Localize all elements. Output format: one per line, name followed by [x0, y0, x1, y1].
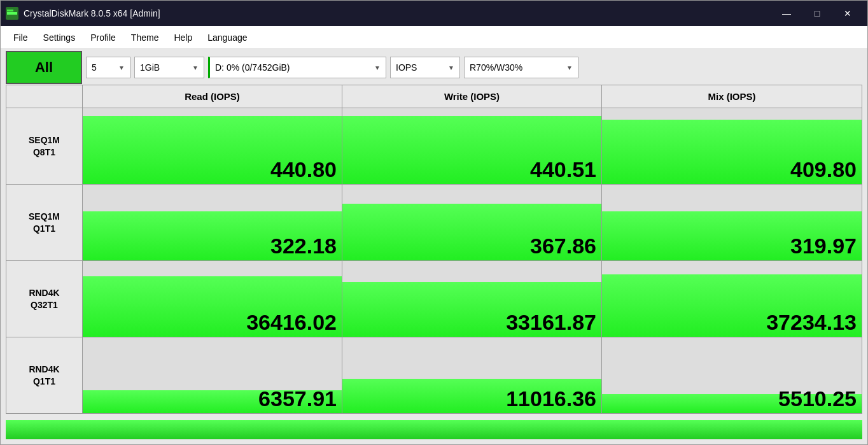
cell-read-2: 36416.02: [83, 261, 342, 337]
row-label2-3: Q1T1: [33, 376, 55, 387]
size-dropdown-arrow: ▼: [192, 64, 199, 71]
row-label-2: RND4KQ32T1: [6, 261, 83, 337]
size-value: 1GiB: [140, 62, 160, 73]
cell-write-0: 440.51: [342, 108, 602, 184]
cell-value-mix-3: 5510.25: [778, 387, 857, 411]
unit-dropdown-arrow: ▼: [448, 64, 454, 71]
unit-dropdown[interactable]: IOPS ▼: [390, 57, 460, 78]
menu-item-file[interactable]: File: [6, 30, 36, 45]
cell-read-1: 322.18: [83, 185, 342, 260]
row-label2-0: Q8T1: [33, 146, 55, 158]
close-button[interactable]: ✕: [833, 3, 862, 24]
cell-mix-0: 409.80: [602, 108, 862, 184]
app-icon: [6, 7, 18, 20]
menu-item-help[interactable]: Help: [166, 30, 200, 45]
minimize-button[interactable]: —: [772, 3, 801, 24]
bottom-strip: [6, 420, 862, 439]
grid-row-3: RND4KQ1T16357.9111016.365510.25: [6, 337, 862, 413]
cell-write-1: 367.86: [342, 185, 602, 260]
cell-value-write-0: 440.51: [530, 158, 596, 181]
runs-dropdown[interactable]: 5 ▼: [86, 57, 130, 78]
header-write: Write (IOPS): [342, 85, 602, 108]
grid-row-1: SEQ1MQ1T1322.18367.86319.97: [6, 185, 862, 261]
row-label1-1: SEQ1M: [29, 211, 60, 222]
row-label2-1: Q1T1: [33, 223, 55, 234]
cell-write-2: 33161.87: [342, 261, 602, 337]
main-window: CrystalDiskMark 8.0.5 x64 [Admin] — □ ✕ …: [0, 0, 868, 445]
main-content: All 5 ▼ 1GiB ▼ D: 0% (0/7452GiB) ▼ IOPS …: [1, 49, 867, 444]
cell-value-read-1: 322.18: [270, 234, 337, 258]
data-grid: Read (IOPS) Write (IOPS) Mix (IOPS) SEQ1…: [6, 85, 862, 414]
cell-mix-1: 319.97: [602, 185, 862, 260]
cell-value-write-2: 33161.87: [506, 311, 596, 334]
drive-dropdown[interactable]: D: 0% (0/7452GiB) ▼: [208, 57, 386, 78]
grid-row-0: SEQ1MQ8T1440.80440.51409.80: [6, 108, 862, 185]
cell-mix-3: 5510.25: [602, 337, 862, 413]
size-dropdown[interactable]: 1GiB ▼: [134, 57, 204, 78]
mix-dropdown[interactable]: R70%/W30% ▼: [464, 57, 578, 78]
cell-read-3: 6357.91: [83, 337, 342, 413]
cell-value-read-3: 6357.91: [258, 387, 337, 411]
header-read: Read (IOPS): [83, 85, 342, 108]
grid-rows: SEQ1MQ8T1440.80440.51409.80SEQ1MQ1T1322.…: [6, 108, 862, 413]
cell-value-write-1: 367.86: [530, 234, 596, 258]
svg-rect-1: [7, 12, 17, 15]
row-label1-3: RND4K: [29, 364, 59, 375]
title-bar: CrystalDiskMark 8.0.5 x64 [Admin] — □ ✕: [1, 1, 867, 26]
menu-item-theme[interactable]: Theme: [123, 30, 167, 45]
runs-value: 5: [92, 62, 97, 73]
menu-item-language[interactable]: Language: [200, 30, 255, 45]
grid-header: Read (IOPS) Write (IOPS) Mix (IOPS): [6, 85, 862, 108]
row-label-1: SEQ1MQ1T1: [6, 185, 83, 260]
grid-row-2: RND4KQ32T136416.0233161.8737234.13: [6, 261, 862, 337]
drive-value: D: 0% (0/7452GiB): [215, 62, 290, 73]
cell-value-mix-2: 37234.13: [766, 311, 857, 334]
cell-value-mix-1: 319.97: [790, 234, 857, 258]
row-label1-0: SEQ1M: [29, 134, 60, 146]
menu-item-profile[interactable]: Profile: [83, 30, 123, 45]
row-label2-2: Q32T1: [31, 299, 58, 311]
row-label-3: RND4KQ1T1: [6, 337, 83, 413]
menu-item-settings[interactable]: Settings: [36, 30, 83, 45]
menu-bar: FileSettingsProfileThemeHelpLanguage: [1, 26, 867, 49]
cell-value-read-0: 440.80: [270, 158, 337, 181]
row-label-0: SEQ1MQ8T1: [6, 108, 83, 184]
mix-value: R70%/W30%: [470, 62, 522, 73]
window-controls: — □ ✕: [772, 3, 862, 24]
all-button[interactable]: All: [6, 51, 82, 84]
mix-dropdown-arrow: ▼: [566, 64, 573, 71]
drive-dropdown-arrow: ▼: [374, 64, 381, 71]
unit-value: IOPS: [396, 62, 417, 73]
cell-read-0: 440.80: [83, 108, 342, 184]
header-mix: Mix (IOPS): [602, 85, 862, 108]
header-label: [6, 85, 83, 108]
row-label1-2: RND4K: [29, 287, 59, 299]
cell-value-read-2: 36416.02: [246, 311, 337, 334]
cell-value-mix-0: 409.80: [790, 158, 857, 181]
runs-dropdown-arrow: ▼: [118, 64, 125, 71]
svg-rect-2: [7, 10, 13, 11]
cell-value-write-3: 11016.36: [506, 387, 596, 411]
maximize-button[interactable]: □: [802, 3, 832, 24]
cell-write-3: 11016.36: [342, 337, 602, 413]
window-title: CrystalDiskMark 8.0.5 x64 [Admin]: [24, 8, 772, 18]
cell-mix-2: 37234.13: [602, 261, 862, 337]
controls-row: All 5 ▼ 1GiB ▼ D: 0% (0/7452GiB) ▼ IOPS …: [6, 54, 862, 81]
